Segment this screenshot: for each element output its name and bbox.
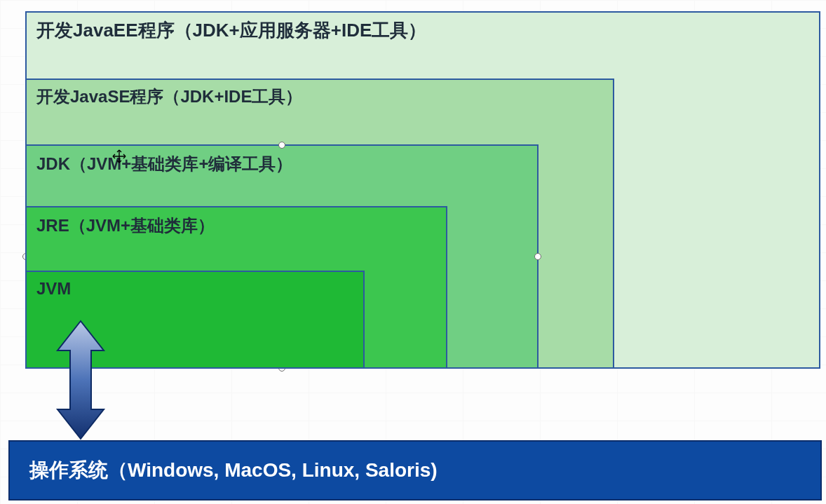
layer-os[interactable]: 操作系统（Windows, MacOS, Linux, Saloris) xyxy=(8,440,822,500)
resize-handle-top[interactable] xyxy=(278,142,285,149)
layer-javase-label: 开发JavaSE程序（JDK+IDE工具） xyxy=(36,86,302,108)
layer-jvm-label: JVM xyxy=(36,279,71,299)
nested-layers-stage: 开发JavaEE程序（JDK+应用服务器+IDE工具） 开发JavaSE程序（J… xyxy=(25,4,822,369)
layer-javaee-label: 开发JavaEE程序（JDK+应用服务器+IDE工具） xyxy=(36,18,426,43)
layer-jdk-label: JDK（JVM+基础类库+编译工具） xyxy=(36,153,292,175)
layer-os-label: 操作系统（Windows, MacOS, Linux, Saloris) xyxy=(29,457,438,484)
resize-handle-right[interactable] xyxy=(534,253,541,260)
double-arrow-icon xyxy=(52,320,109,440)
layer-jre-label: JRE（JVM+基础类库） xyxy=(36,214,215,237)
